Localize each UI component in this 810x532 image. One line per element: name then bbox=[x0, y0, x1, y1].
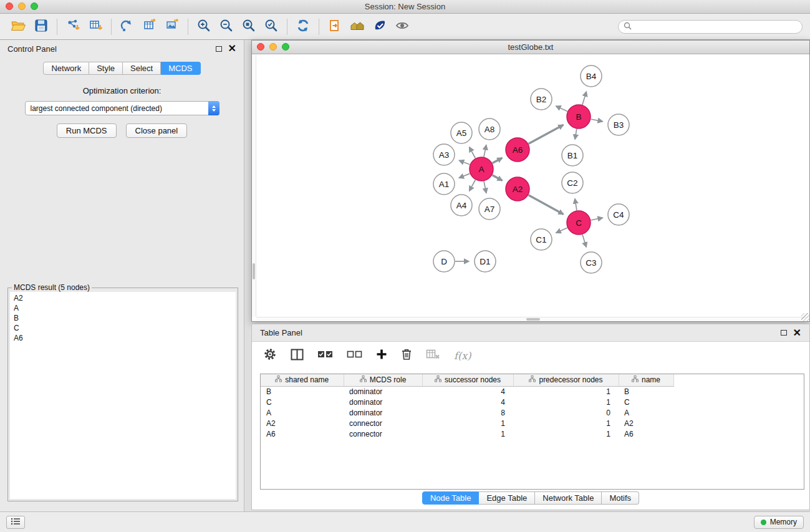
vertical-scroll-thumb[interactable] bbox=[253, 263, 255, 279]
table-cell[interactable]: B bbox=[261, 386, 344, 397]
network-node-D[interactable]: D bbox=[433, 251, 455, 272]
import-network-button[interactable] bbox=[62, 17, 84, 37]
table-cell[interactable]: 1 bbox=[513, 418, 619, 428]
network-node-A3[interactable]: A3 bbox=[433, 144, 455, 165]
table-cell[interactable]: A6 bbox=[261, 428, 344, 439]
network-edge-B-B1[interactable] bbox=[575, 129, 577, 140]
refresh-view-button[interactable] bbox=[292, 17, 314, 37]
mcds-result-item[interactable]: A2 bbox=[14, 293, 232, 303]
show-hide-panel-button[interactable] bbox=[391, 17, 413, 37]
table-tab-edge-table[interactable]: Edge Table bbox=[479, 491, 535, 505]
float-panel-icon[interactable] bbox=[216, 46, 222, 52]
network-node-A6[interactable]: A6 bbox=[506, 138, 529, 162]
table-row[interactable]: A2connector11A2 bbox=[261, 418, 673, 428]
table-tab-node-table[interactable]: Node Table bbox=[422, 491, 480, 505]
horizontal-scroll-thumb[interactable] bbox=[526, 318, 540, 321]
control-tab-select[interactable]: Select bbox=[123, 62, 161, 75]
open-in-browser-button[interactable] bbox=[324, 17, 346, 37]
table-row[interactable]: Bdominator41B bbox=[261, 386, 673, 397]
export-image-button[interactable] bbox=[161, 17, 183, 37]
column-header-MCDS-role[interactable]: MCDS role bbox=[344, 374, 422, 386]
network-edge-A-A3[interactable] bbox=[459, 160, 470, 165]
network-edge-C-C4[interactable] bbox=[591, 218, 603, 220]
table-cell[interactable]: 4 bbox=[422, 397, 513, 407]
table-cell[interactable]: 1 bbox=[513, 428, 619, 439]
network-node-A4[interactable]: A4 bbox=[451, 195, 472, 216]
network-graph[interactable]: B4B2BB3A8A5A6A3B1AC2A1A2A4A7C4CC1C3DD1 bbox=[256, 55, 806, 321]
table-tab-motifs[interactable]: Motifs bbox=[602, 491, 639, 505]
table-cell[interactable]: 8 bbox=[422, 407, 513, 418]
table-cell[interactable]: dominator bbox=[344, 386, 422, 397]
network-node-C[interactable]: C bbox=[567, 211, 591, 235]
zoom-in-button[interactable] bbox=[193, 17, 215, 37]
table-cell[interactable]: dominator bbox=[344, 407, 422, 418]
network-node-C4[interactable]: C4 bbox=[608, 204, 629, 225]
mcds-result-item[interactable]: B bbox=[14, 313, 232, 323]
delete-row-button[interactable] bbox=[401, 348, 412, 363]
open-session-button[interactable] bbox=[7, 17, 30, 37]
network-node-A[interactable]: A bbox=[470, 157, 493, 181]
task-history-button[interactable] bbox=[6, 516, 25, 529]
network-window-titlebar[interactable]: testGlobe.txt bbox=[252, 41, 809, 54]
network-edge-A-A8[interactable] bbox=[484, 145, 486, 157]
column-header-name[interactable]: name bbox=[619, 374, 673, 386]
network-edge-B-B2[interactable] bbox=[556, 106, 567, 112]
mcds-result-list[interactable]: A2ABCA6 bbox=[10, 292, 236, 499]
network-edge-C-C1[interactable] bbox=[556, 228, 567, 233]
apply-style-button[interactable] bbox=[369, 17, 391, 37]
zoom-selected-button[interactable] bbox=[260, 17, 282, 37]
table-cell[interactable]: C bbox=[619, 397, 673, 407]
zoom-fit-button[interactable] bbox=[238, 17, 260, 37]
export-network-button[interactable] bbox=[116, 17, 138, 37]
show-columns-button[interactable] bbox=[291, 349, 304, 363]
network-edge-A-A2[interactable] bbox=[493, 175, 503, 181]
table-cell[interactable]: connector bbox=[344, 428, 422, 439]
close-window-button[interactable] bbox=[6, 2, 13, 10]
table-row[interactable]: Adominator80A bbox=[261, 407, 673, 418]
mcds-result-item[interactable]: A bbox=[14, 303, 232, 313]
network-node-B3[interactable]: B3 bbox=[608, 114, 629, 135]
network-horizontal-scrollbar[interactable] bbox=[256, 317, 809, 321]
control-tab-style[interactable]: Style bbox=[89, 62, 123, 75]
table-cell[interactable]: A bbox=[261, 407, 344, 418]
window-titlebar[interactable]: Session: New Session bbox=[0, 0, 810, 14]
function-builder-button[interactable]: f(x) bbox=[454, 350, 471, 362]
network-edge-B-B3[interactable] bbox=[591, 119, 603, 122]
zoom-window-button[interactable] bbox=[31, 2, 38, 10]
network-edge-C-C3[interactable] bbox=[582, 235, 586, 247]
delete-table-button[interactable] bbox=[426, 349, 440, 362]
table-row[interactable]: Cdominator41C bbox=[261, 397, 673, 407]
table-cell[interactable]: A6 bbox=[619, 428, 673, 439]
table-cell[interactable]: 4 bbox=[422, 386, 513, 397]
save-session-button[interactable] bbox=[30, 17, 52, 37]
table-cell[interactable]: dominator bbox=[344, 397, 422, 407]
table-cell[interactable]: A2 bbox=[261, 418, 344, 428]
table-cell[interactable]: A bbox=[619, 407, 673, 418]
table-cell[interactable]: 0 bbox=[513, 407, 619, 418]
network-close-button[interactable] bbox=[257, 43, 264, 51]
table-cell[interactable]: 1 bbox=[422, 428, 513, 439]
memory-button[interactable]: Memory bbox=[754, 516, 804, 529]
deselect-all-button[interactable] bbox=[347, 350, 362, 361]
network-edge-C-C2[interactable] bbox=[575, 199, 577, 211]
minimize-window-button[interactable] bbox=[18, 2, 26, 10]
network-vertical-scrollbar[interactable] bbox=[252, 55, 256, 317]
table-cell[interactable]: connector bbox=[344, 418, 422, 428]
home-button[interactable] bbox=[346, 17, 369, 37]
network-node-A1[interactable]: A1 bbox=[433, 173, 455, 195]
network-node-C3[interactable]: C3 bbox=[581, 252, 602, 273]
table-cell[interactable]: 1 bbox=[513, 397, 619, 407]
criterion-select[interactable]: largest connected component (directed) bbox=[25, 101, 219, 115]
table-cell[interactable]: C bbox=[261, 397, 344, 407]
import-table-button[interactable] bbox=[84, 17, 107, 37]
network-edge-A-A5[interactable] bbox=[470, 147, 476, 158]
network-edge-A-A6[interactable] bbox=[493, 158, 503, 163]
run-mcds-button[interactable]: Run MCDS bbox=[57, 123, 117, 138]
network-node-A2[interactable]: A2 bbox=[506, 177, 529, 201]
network-node-B2[interactable]: B2 bbox=[531, 89, 552, 110]
network-edge-B-B4[interactable] bbox=[582, 92, 587, 105]
network-node-B1[interactable]: B1 bbox=[562, 145, 583, 166]
control-tab-network[interactable]: Network bbox=[43, 62, 89, 75]
zoom-out-button[interactable] bbox=[215, 17, 238, 37]
export-table-button[interactable] bbox=[138, 17, 161, 37]
